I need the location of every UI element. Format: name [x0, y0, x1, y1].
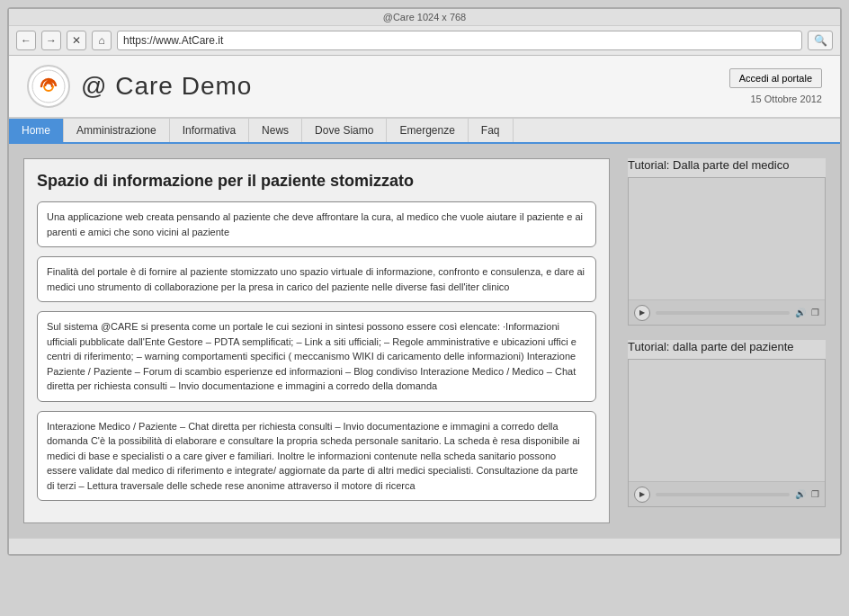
site-header: @ Care Demo Accedi al portale 15 Ottobre…: [9, 56, 840, 119]
left-panel: Spazio di informazione per il paziente s…: [23, 158, 610, 523]
svg-point-1: [48, 79, 53, 85]
search-button[interactable]: 🔍: [808, 31, 833, 50]
nav-item-emergenze[interactable]: Emergenze: [387, 119, 468, 142]
tutorial-section-2: Tutorial: dalla parte del paziente ▶ 🔊 ❐: [628, 340, 826, 507]
tutorial-section-1: Tutorial: Dalla parte del medico ▶ 🔊 ❐: [628, 158, 826, 326]
site-nav: Home Amministrazione Informativa News Do…: [9, 119, 840, 144]
video-screen-2: [629, 360, 825, 481]
portal-button[interactable]: Accedi al portale: [729, 68, 822, 88]
video-controls-1: ▶ 🔊 ❐: [629, 299, 825, 325]
right-panel: Tutorial: Dalla parte del medico ▶ 🔊 ❐ T…: [628, 158, 826, 523]
volume-icon-2: 🔊: [795, 489, 806, 499]
info-box-3-text: Sul sistema @CARE si presenta come un po…: [47, 321, 576, 391]
browser-titlebar: @Care 1024 x 768: [9, 9, 840, 26]
video-player-2: ▶ 🔊 ❐: [628, 359, 826, 507]
tutorial-title-1: Tutorial: Dalla parte del medico: [628, 158, 826, 172]
info-box-3: Sul sistema @CARE si presenta come un po…: [37, 311, 596, 402]
info-box-4-text: Interazione Medico / Paziente – Chat dir…: [47, 421, 580, 491]
browser-title: @Care 1024 x 768: [383, 12, 467, 22]
nav-item-dove-siamo[interactable]: Dove Siamo: [302, 119, 387, 142]
nav-item-faq[interactable]: Faq: [469, 119, 514, 142]
info-box-2: Finalità del portale è di fornire al paz…: [37, 256, 596, 302]
site-title: @ Care Demo: [81, 72, 252, 101]
browser-statusbar: [9, 538, 840, 554]
volume-icon-1: 🔊: [795, 308, 806, 317]
browser-window: @Care 1024 x 768 ← → ✕ ⌂ 🔍 @ Care Demo A…: [7, 7, 842, 556]
progress-bar-1[interactable]: [656, 311, 790, 315]
nav-item-news[interactable]: News: [249, 119, 302, 142]
nav-item-amministrazione[interactable]: Amministrazione: [64, 119, 170, 142]
header-right: Accedi al portale 15 Ottobre 2012: [729, 68, 822, 104]
video-screen-1: [629, 178, 825, 299]
nav-item-informativa[interactable]: Informativa: [170, 119, 249, 142]
play-button-2[interactable]: ▶: [634, 487, 650, 503]
info-box-4: Interazione Medico / Paziente – Chat dir…: [37, 411, 596, 502]
browser-toolbar: ← → ✕ ⌂ 🔍: [9, 26, 840, 56]
back-button[interactable]: ←: [16, 31, 36, 50]
info-box-1-text: Una applicazione web creata pensando al …: [47, 211, 583, 237]
fullscreen-icon-2: ❐: [811, 489, 819, 499]
site-logo: @ Care Demo: [27, 65, 252, 108]
tutorial-title-2: Tutorial: dalla parte del paziente: [628, 340, 826, 353]
address-bar[interactable]: [117, 31, 802, 50]
nav-item-home[interactable]: Home: [9, 119, 64, 142]
close-button[interactable]: ✕: [67, 31, 86, 50]
home-button[interactable]: ⌂: [92, 31, 112, 50]
video-controls-2: ▶ 🔊 ❐: [629, 481, 825, 506]
svg-point-0: [32, 70, 65, 103]
info-box-2-text: Finalità del portale è di fornire al paz…: [47, 266, 585, 292]
progress-bar-2[interactable]: [656, 493, 790, 496]
play-button-1[interactable]: ▶: [634, 305, 650, 321]
forward-button[interactable]: →: [41, 31, 61, 50]
page-title: Spazio di informazione per il paziente s…: [37, 172, 596, 191]
fullscreen-icon-1: ❐: [811, 308, 819, 317]
logo-icon: [27, 65, 70, 108]
video-player-1: ▶ 🔊 ❐: [628, 177, 826, 326]
main-content: Spazio di informazione per il paziente s…: [9, 144, 840, 538]
date-display: 15 Ottobre 2012: [750, 94, 822, 104]
info-box-1: Una applicazione web creata pensando al …: [37, 201, 596, 247]
